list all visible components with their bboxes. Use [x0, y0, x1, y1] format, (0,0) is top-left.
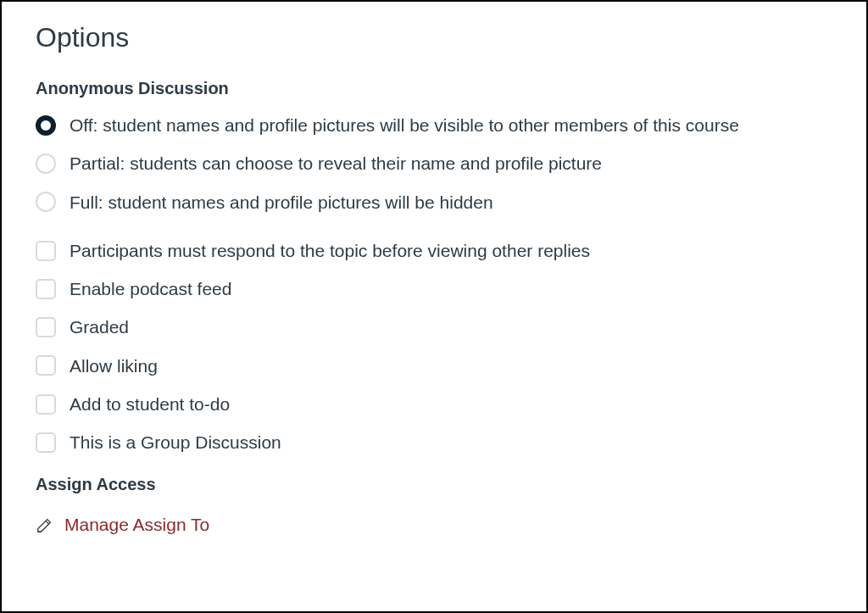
assign-access-heading: Assign Access [36, 475, 832, 494]
anonymous-discussion-heading: Anonymous Discussion [36, 79, 832, 98]
anonymous-discussion-radio-group: Off: student names and profile pictures … [36, 114, 832, 214]
checkbox-label: Allow liking [70, 354, 158, 377]
manage-assign-to-link[interactable]: Manage Assign To [36, 515, 209, 535]
checkbox-label: This is a Group Discussion [70, 431, 281, 454]
checkbox-label: Graded [70, 315, 129, 338]
radio-label: Partial: students can choose to reveal t… [70, 152, 602, 175]
checkbox-label: Enable podcast feed [70, 277, 231, 300]
checkbox-respond-before-view[interactable]: Participants must respond to the topic b… [36, 239, 832, 262]
checkbox-group-discussion[interactable]: This is a Group Discussion [36, 431, 832, 454]
radio-label: Full: student names and profile pictures… [70, 191, 493, 214]
radio-option-off[interactable]: Off: student names and profile pictures … [36, 114, 832, 137]
checkbox-unchecked-icon [36, 317, 56, 337]
radio-option-full[interactable]: Full: student names and profile pictures… [36, 191, 832, 214]
radio-unselected-icon [36, 153, 56, 174]
page-title: Options [36, 22, 832, 53]
pencil-icon [36, 515, 54, 534]
options-checkbox-group: Participants must respond to the topic b… [36, 239, 832, 454]
checkbox-unchecked-icon [36, 279, 56, 299]
radio-unselected-icon [36, 192, 56, 212]
checkbox-graded[interactable]: Graded [36, 315, 832, 338]
radio-option-partial[interactable]: Partial: students can choose to reveal t… [36, 152, 832, 175]
checkbox-unchecked-icon [36, 355, 56, 376]
checkbox-add-to-todo[interactable]: Add to student to-do [36, 393, 832, 415]
checkbox-unchecked-icon [36, 241, 56, 261]
checkbox-unchecked-icon [36, 394, 56, 415]
assign-access-section: Assign Access Manage Assign To [36, 475, 832, 538]
anonymous-discussion-section: Anonymous Discussion Off: student names … [36, 79, 832, 214]
radio-label: Off: student names and profile pictures … [70, 114, 739, 137]
checkbox-allow-liking[interactable]: Allow liking [36, 354, 832, 377]
checkbox-label: Participants must respond to the topic b… [70, 239, 590, 262]
radio-selected-icon [36, 115, 56, 136]
checkbox-unchecked-icon [36, 432, 56, 453]
checkbox-label: Add to student to-do [70, 393, 230, 415]
checkbox-enable-podcast[interactable]: Enable podcast feed [36, 277, 832, 300]
manage-assign-to-label: Manage Assign To [64, 515, 209, 535]
